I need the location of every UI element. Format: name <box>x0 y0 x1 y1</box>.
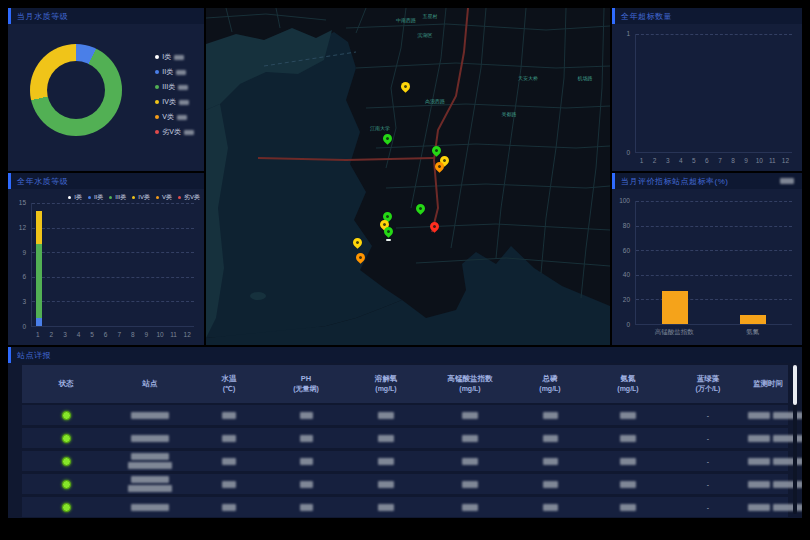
legend-label: IV类 <box>138 193 150 202</box>
bar-slot <box>727 34 740 152</box>
legend-dot-icon <box>88 196 91 199</box>
station-name-masked <box>131 504 169 511</box>
map-place-label: 高浪西路 <box>425 98 445 104</box>
table-cell <box>344 412 428 419</box>
table-column-header: 状态 <box>22 378 110 389</box>
map-place-label: 滨湖区 <box>418 32 433 38</box>
legend-item[interactable]: I类 <box>68 193 82 202</box>
x-tick-label: 9 <box>740 157 753 164</box>
y-tick-label: 9 <box>22 249 26 256</box>
x-tick-label: 氨氮 <box>714 328 793 337</box>
legend-label: V类 <box>162 193 172 202</box>
time-date-masked <box>748 458 770 465</box>
map-place-label: 吴都路 <box>502 111 517 117</box>
x-tick-label: 5 <box>687 157 700 164</box>
y-tick-label: 1 <box>626 30 630 37</box>
legend-item[interactable]: V类 <box>156 193 172 202</box>
algae-value: - <box>707 412 709 419</box>
legend-dot-icon <box>155 130 159 134</box>
table-cell: - <box>668 458 748 465</box>
legend-item[interactable]: IV类 <box>132 193 150 202</box>
y-axis: 020406080100 <box>616 201 633 325</box>
legend-item[interactable]: II类 <box>155 67 194 77</box>
table-column-header: PH(无量纲) <box>268 373 344 395</box>
legend-item[interactable]: 劣V类 <box>155 127 194 137</box>
table-column-header: 监测时间 <box>748 378 788 389</box>
station-name-masked <box>131 476 169 483</box>
y-tick-label: 80 <box>623 222 630 229</box>
value-masked <box>222 412 236 419</box>
y-tick-label: 0 <box>626 321 630 328</box>
legend-item[interactable]: III类 <box>155 82 194 92</box>
map-pin[interactable] <box>430 144 443 157</box>
table-scrollbar[interactable] <box>793 365 797 514</box>
value-masked <box>300 435 313 442</box>
plot-area <box>635 34 792 153</box>
value-masked <box>543 412 558 419</box>
bar-slot <box>701 34 714 152</box>
bar-slot <box>740 34 753 152</box>
map-pin[interactable] <box>354 251 367 264</box>
map-pin[interactable] <box>351 236 364 249</box>
map-pin[interactable] <box>399 80 412 93</box>
map-pin[interactable] <box>428 220 441 233</box>
table-cell: - <box>668 481 748 488</box>
legend-item[interactable]: II类 <box>88 193 103 202</box>
value-masked <box>462 412 478 419</box>
panel-year-exceed-header: 全年超标数量 <box>612 8 802 24</box>
legend-label: III类 <box>115 193 126 202</box>
value-masked <box>462 435 478 442</box>
legend-item[interactable]: V类 <box>155 112 194 122</box>
map-pin[interactable] <box>414 202 427 215</box>
legend-value-masked <box>178 85 188 90</box>
legend-label: II类 <box>94 193 103 202</box>
table-row: - <box>22 428 788 448</box>
station-name-masked <box>128 485 172 492</box>
legend-label: 劣V类 <box>162 127 181 137</box>
value-masked <box>543 435 558 442</box>
map-place-label: 江南大学 <box>370 125 390 131</box>
legend-value-masked <box>177 115 187 120</box>
donut-chart[interactable] <box>30 44 122 136</box>
table-cell <box>512 412 588 419</box>
x-tick-label: 6 <box>99 331 113 338</box>
y-tick-label: 0 <box>22 323 26 330</box>
legend-item[interactable]: 劣V类 <box>178 193 200 202</box>
legend-dot-icon <box>155 70 159 74</box>
map[interactable]: 中南西路五星村滨湖区天安大桥机场路高浪西路吴都路江南大学 <box>206 8 610 345</box>
time-date-masked <box>748 481 770 488</box>
legend-label: V类 <box>162 112 174 122</box>
algae-value: - <box>707 458 709 465</box>
legend-dot-icon <box>155 100 159 104</box>
bar-segment <box>740 315 766 324</box>
table-cell <box>268 481 344 488</box>
legend-item[interactable]: IV类 <box>155 97 194 107</box>
map-place-label: 五星村 <box>423 13 438 19</box>
map-overlay: 中南西路五星村滨湖区天安大桥机场路高浪西路吴都路江南大学 <box>206 8 610 345</box>
table-cell <box>268 412 344 419</box>
legend-dot-icon <box>132 196 135 199</box>
table-cell <box>344 504 428 511</box>
map-pin[interactable] <box>381 132 394 145</box>
legend-item[interactable]: III类 <box>109 193 126 202</box>
table-column-header: 氨氮(mg/L) <box>588 373 668 395</box>
value-masked <box>300 481 313 488</box>
station-name-masked <box>128 462 172 469</box>
x-axis: 123456789101112 <box>635 154 792 167</box>
x-tick-label: 10 <box>153 331 167 338</box>
table-cell <box>512 481 588 488</box>
bar-slot <box>766 34 779 152</box>
legend-item[interactable]: I类 <box>155 52 194 62</box>
bar-slot <box>779 34 792 152</box>
value-masked <box>462 458 478 465</box>
table-scrollbar-thumb[interactable] <box>793 365 797 405</box>
table-cell <box>110 453 190 469</box>
bar-slot <box>714 201 792 324</box>
value-masked <box>378 458 394 465</box>
bar-slot <box>662 34 675 152</box>
panel-month-grade-header: 当月水质等级 <box>8 8 204 24</box>
table-cell <box>110 476 190 492</box>
corner-note-masked[interactable] <box>780 178 794 184</box>
legend-label: I类 <box>162 52 171 62</box>
panel-year-grade: 全年水质等级 I类II类III类IV类V类劣V类 03691215 123456… <box>8 173 204 345</box>
